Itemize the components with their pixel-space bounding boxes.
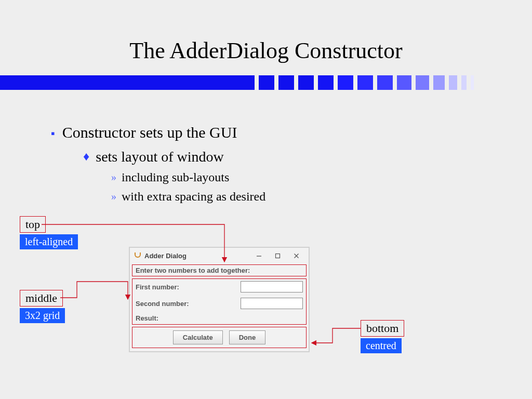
dialog-instruction: Enter two numbers to add together: (132, 264, 307, 276)
dialog-title: Adder Dialog (144, 252, 249, 260)
java-icon (133, 251, 141, 260)
minimize-button[interactable] (249, 249, 268, 262)
done-button[interactable]: Done (229, 330, 266, 344)
first-number-field[interactable] (241, 281, 303, 292)
callout-bottom-label: bottom (361, 320, 404, 337)
bullet-l2: sets layout of window (96, 149, 224, 165)
bullet-diamond-icon: ♦ (83, 150, 89, 164)
dialog-titlebar: Adder Dialog (130, 248, 309, 263)
callout-top-label: top (20, 216, 46, 233)
dialog-grid: First number: Second number: Result: (132, 278, 307, 325)
bullet-square-icon: ▪ (51, 127, 55, 140)
callout-top-sub: left-aligned (20, 234, 78, 249)
bullet-l3b: with extra spacing as desired (122, 190, 265, 204)
slide-title: The AdderDialog Constructor (0, 37, 532, 64)
second-number-label: Second number: (136, 300, 241, 308)
calculate-button[interactable]: Calculate (173, 330, 223, 344)
bullet-chevron-icon: » (111, 191, 116, 203)
bullet-chevron-icon: » (111, 171, 116, 183)
divider-bar (0, 75, 532, 90)
second-number-field[interactable] (241, 298, 303, 309)
callout-bottom-sub: centred (361, 338, 402, 353)
first-number-label: First number: (136, 283, 241, 291)
result-label: Result: (136, 314, 241, 322)
maximize-button[interactable] (268, 249, 287, 262)
bullet-l3a: including sub-layouts (122, 170, 229, 184)
callout-middle-label: middle (20, 290, 63, 307)
callout-middle-sub: 3x2 grid (20, 308, 65, 323)
adder-dialog-window: Adder Dialog Enter two numbers to add to… (129, 247, 310, 352)
bullet-list: ▪ Constructor sets up the GUI ♦ sets lay… (51, 124, 265, 204)
svg-rect-1 (275, 254, 280, 258)
close-button[interactable] (287, 249, 305, 262)
bullet-l1: Constructor sets up the GUI (62, 124, 237, 141)
dialog-buttons: Calculate Done (132, 327, 307, 348)
